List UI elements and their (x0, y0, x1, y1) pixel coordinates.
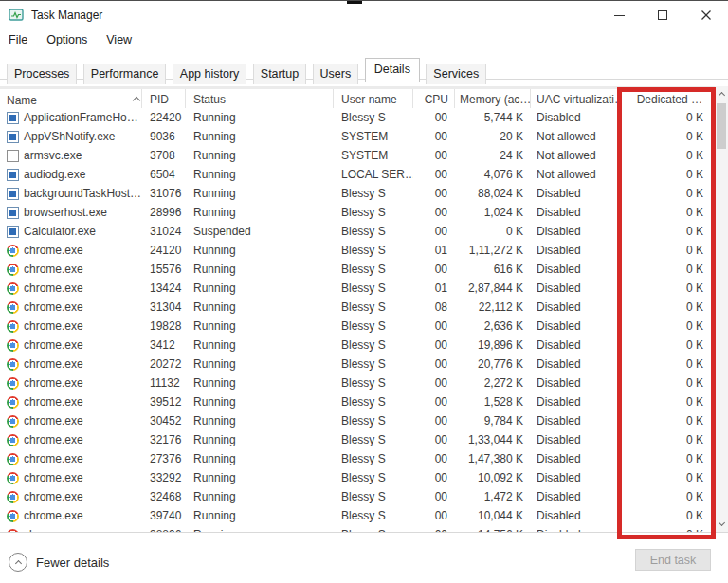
column-header-cpu[interactable]: CPU (413, 89, 455, 108)
cell-cpu: 01 (413, 282, 455, 295)
process-row[interactable]: chrome.exe11132RunningBlessy S002,272 KD… (0, 373, 715, 392)
process-row[interactable]: audiodg.exe6504RunningLOCAL SER…004,076 … (0, 165, 715, 184)
process-row[interactable]: chrome.exe20272RunningBlessy S0020,776 K… (0, 355, 715, 373)
process-row[interactable]: chrome.exe15576RunningBlessy S00616 KDis… (0, 260, 715, 279)
cell-user: SYSTEM (334, 130, 413, 143)
cell-user: LOCAL SER… (334, 168, 413, 181)
cell-cpu: 00 (413, 509, 455, 522)
cell-memory: 9,784 K (455, 414, 531, 428)
cell-cpu: 00 (413, 490, 455, 503)
tab-performance[interactable]: Performance (83, 64, 167, 84)
process-row[interactable]: chrome.exe13424RunningBlessy S012,87,844… (0, 279, 715, 298)
cell-user: Blessy S (334, 471, 413, 484)
cell-user: Blessy S (334, 187, 413, 200)
process-row[interactable]: chrome.exe3412RunningBlessy S0019,896 KD… (0, 336, 715, 355)
cell-memory: 1,33,044 K (455, 433, 531, 446)
scroll-up-button[interactable] (715, 86, 728, 101)
column-header-dedicated[interactable]: Dedicated … (622, 89, 715, 108)
process-row[interactable]: chrome.exe32176RunningBlessy S001,33,044… (0, 430, 715, 449)
process-row[interactable]: browserhost.exe28996RunningBlessy S001,0… (0, 203, 715, 222)
process-row[interactable]: Calculator.exe31024SuspendedBlessy S000 … (0, 222, 715, 241)
scroll-down-button[interactable] (715, 517, 728, 532)
process-row[interactable]: chrome.exe39740RunningBlessy S0010,044 K… (0, 506, 715, 525)
chrome-icon (7, 301, 19, 314)
cell-cpu: 00 (413, 338, 455, 352)
scrollbar-thumb[interactable] (717, 103, 726, 149)
footer-bar: Fewer details End task (0, 532, 728, 583)
cell-status: Running (186, 395, 334, 409)
blank-application-icon (7, 150, 19, 162)
cell-pid: 9036 (142, 130, 186, 143)
cell-name: browserhost.exe (0, 206, 142, 219)
process-row[interactable]: ApplicationFrameHo…22420RunningBlessy S0… (0, 108, 715, 127)
tab-details[interactable]: Details (365, 58, 420, 82)
tab-users[interactable]: Users (313, 64, 359, 84)
cell-memory: 4,076 K (455, 168, 531, 181)
column-header-memory[interactable]: Memory (ac… (455, 89, 531, 108)
end-task-button[interactable]: End task (635, 549, 711, 571)
close-button[interactable] (684, 1, 728, 29)
column-header-name[interactable]: Name (0, 89, 142, 108)
cell-name: audiodg.exe (0, 168, 142, 181)
title-bar: Task Manager (0, 1, 728, 29)
process-row[interactable]: chrome.exe19828RunningBlessy S002,636 KD… (0, 317, 715, 336)
column-header-pid[interactable]: PID (142, 89, 186, 108)
chevron-up-circle-icon (9, 553, 27, 572)
fewer-details-button[interactable]: Fewer details (9, 553, 109, 572)
process-row[interactable]: chrome.exe31304RunningBlessy S0822,112 K… (0, 298, 715, 317)
cell-user: Blessy S (334, 301, 413, 314)
menu-file[interactable]: File (9, 31, 34, 49)
process-row[interactable]: chrome.exe39512RunningBlessy S001,528 KD… (0, 392, 715, 411)
minimize-icon (614, 15, 625, 16)
column-header-status[interactable]: Status (186, 89, 334, 108)
cell-dedicated: 0 K (622, 395, 715, 409)
cell-memory: 616 K (455, 263, 531, 276)
chrome-icon (7, 282, 19, 295)
tab-services[interactable]: Services (426, 64, 486, 84)
process-row[interactable]: chrome.exe27376RunningBlessy S001,47,380… (0, 449, 715, 468)
cell-uac: Disabled (531, 509, 622, 522)
task-manager-window: Task Manager File Options View Processes… (0, 0, 728, 583)
process-row[interactable]: chrome.exe30452RunningBlessy S009,784 KD… (0, 411, 715, 430)
tab-processes[interactable]: Processes (7, 64, 77, 84)
cell-dedicated: 0 K (622, 452, 715, 465)
cell-status: Running (186, 149, 334, 162)
tab-app-history[interactable]: App history (173, 64, 247, 84)
chrome-icon (7, 434, 19, 446)
cell-dedicated: 0 K (622, 490, 715, 503)
maximize-button[interactable] (641, 1, 684, 29)
process-row[interactable]: AppVShNotify.exe9036RunningSYSTEM0020 KN… (0, 127, 715, 146)
cell-status: Running (186, 206, 334, 219)
cell-user: Blessy S (334, 282, 413, 295)
cell-user: Blessy S (334, 433, 413, 446)
cell-name: chrome.exe (0, 509, 142, 522)
cell-status: Running (186, 319, 334, 333)
cell-pid: 33292 (142, 471, 186, 484)
column-header-user[interactable]: User name (334, 89, 413, 108)
process-row[interactable]: chrome.exe32468RunningBlessy S001,472 KD… (0, 487, 715, 506)
chevron-down-icon (718, 519, 724, 526)
cell-status: Suspended (186, 225, 334, 238)
cell-pid: 27376 (142, 452, 186, 465)
cell-dedicated: 0 K (622, 319, 715, 333)
process-row[interactable]: chrome.exe24120RunningBlessy S011,11,272… (0, 241, 715, 260)
minimize-button[interactable] (597, 1, 641, 29)
chrome-icon (7, 415, 19, 428)
cell-cpu: 00 (413, 130, 455, 143)
cell-dedicated: 0 K (622, 244, 715, 257)
tab-startup[interactable]: Startup (253, 64, 306, 84)
cell-status: Running (186, 263, 334, 276)
cell-user: Blessy S (334, 414, 413, 428)
close-icon (701, 9, 712, 21)
cell-status: Running (186, 433, 334, 446)
menu-options[interactable]: Options (40, 31, 94, 49)
process-row[interactable]: backgroundTaskHost…31076RunningBlessy S0… (0, 184, 715, 203)
menu-view[interactable]: View (100, 31, 138, 49)
vertical-scrollbar[interactable] (715, 86, 728, 532)
cell-name: chrome.exe (0, 244, 142, 257)
process-row[interactable]: armsvc.exe3708RunningSYSTEM0024 KNot all… (0, 146, 715, 165)
process-row[interactable]: chrome.exe33292RunningBlessy S0010,092 K… (0, 468, 715, 487)
process-row[interactable]: chrome.exe38896RunningBlessy S0014,756 K… (0, 525, 715, 532)
column-header-uac[interactable]: UAC virtualizati… (531, 89, 622, 108)
cell-status: Running (186, 490, 334, 503)
